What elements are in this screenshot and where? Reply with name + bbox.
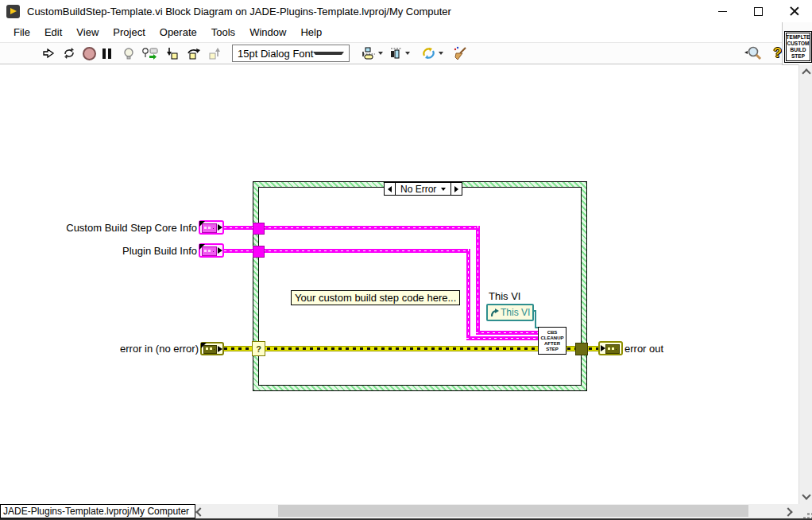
this-vi-node-text: This VI bbox=[501, 307, 530, 318]
close-button[interactable] bbox=[776, 0, 812, 22]
pause-button[interactable] bbox=[102, 45, 111, 62]
error-cluster-glyph-icon bbox=[203, 345, 217, 354]
menu-file[interactable]: File bbox=[6, 26, 37, 38]
abort-execution-button[interactable] bbox=[83, 45, 96, 62]
menu-project[interactable]: Project bbox=[106, 26, 152, 38]
execution-context-label[interactable]: JADE-Plugins-Template.lvproj/My Computer bbox=[0, 504, 195, 518]
toolbar: 15pt Dialog Font bbox=[0, 43, 812, 64]
arrow-right-icon bbox=[454, 186, 458, 192]
minimize-icon bbox=[718, 11, 727, 12]
highlight-execution-button[interactable] bbox=[122, 45, 135, 62]
minimize-button[interactable] bbox=[705, 0, 740, 22]
cluster-wire[interactable] bbox=[476, 331, 539, 335]
arrow-right-icon bbox=[218, 247, 222, 254]
case-selector-label[interactable]: No Error bbox=[395, 182, 451, 196]
scroll-left-icon[interactable] bbox=[195, 507, 204, 516]
step-into-icon bbox=[165, 47, 180, 60]
step-over-button[interactable] bbox=[186, 45, 202, 62]
error-cluster-glyph-icon bbox=[605, 344, 620, 354]
align-objects-button[interactable] bbox=[362, 47, 383, 60]
scroll-right-icon[interactable] bbox=[783, 507, 792, 516]
menu-tools[interactable]: Tools bbox=[204, 26, 242, 38]
context-help-button[interactable]: ? bbox=[774, 45, 782, 62]
vi-icon-line: TEMPLTE bbox=[787, 34, 810, 41]
chevron-down-icon bbox=[439, 52, 443, 55]
run-button[interactable] bbox=[41, 45, 56, 62]
maximize-icon bbox=[754, 7, 763, 16]
chevron-down-icon bbox=[378, 52, 383, 55]
vi-icon-panel: TEMPLTE CUSTOM BUILD STEP bbox=[782, 22, 812, 65]
font-selector-value: 15pt Dialog Font bbox=[233, 48, 313, 60]
step-over-icon bbox=[186, 47, 202, 60]
tunnel-error-output[interactable] bbox=[575, 343, 588, 355]
case-selector-tunnel[interactable]: ? bbox=[252, 341, 265, 356]
resize-objects-button[interactable] bbox=[421, 47, 443, 60]
scroll-down-icon[interactable] bbox=[802, 491, 810, 499]
menu-edit[interactable]: Edit bbox=[37, 26, 69, 38]
arrow-right-icon bbox=[601, 345, 605, 351]
arrow-left-icon bbox=[388, 186, 392, 192]
label-error-in: error in (no error) bbox=[120, 343, 199, 355]
terminal-custom-build-step-core-info[interactable] bbox=[199, 220, 224, 235]
clean-up-diagram-button[interactable] bbox=[453, 45, 469, 62]
horizontal-scrollbar[interactable]: JADE-Plugins-Template.lvproj/My Computer bbox=[0, 504, 812, 518]
scroll-up-icon[interactable] bbox=[802, 68, 810, 77]
subvi-icon-line: STEP bbox=[546, 347, 559, 352]
tunnel-cluster-input-2[interactable] bbox=[253, 246, 265, 258]
vertical-scrollbar[interactable] bbox=[798, 64, 812, 504]
chevron-down-icon bbox=[441, 188, 446, 191]
step-out-icon bbox=[208, 47, 222, 60]
case-previous-button[interactable] bbox=[384, 182, 396, 196]
cluster-glyph-icon bbox=[202, 246, 217, 256]
label-plugin-build-info: Plugin Build Info bbox=[122, 245, 197, 257]
menu-bar: File Edit View Project Operate Tools Win… bbox=[0, 22, 788, 43]
align-objects-icon bbox=[362, 47, 376, 60]
chevron-down-icon bbox=[405, 52, 410, 55]
arrow-right-icon bbox=[218, 224, 222, 231]
menu-help[interactable]: Help bbox=[293, 26, 329, 38]
vi-icon[interactable]: TEMPLTE CUSTOM BUILD STEP bbox=[784, 31, 812, 63]
cluster-wire[interactable] bbox=[466, 336, 539, 340]
free-label[interactable]: Your custom build step code here... bbox=[291, 290, 460, 305]
menu-window[interactable]: Window bbox=[242, 26, 293, 38]
terminal-error-in[interactable] bbox=[200, 342, 224, 355]
subvi-icon-line: CLEANUP bbox=[540, 336, 563, 341]
maximize-button[interactable] bbox=[740, 0, 776, 22]
resize-grip[interactable] bbox=[807, 513, 810, 515]
label-error-out: error out bbox=[624, 343, 663, 355]
arrow-right-icon bbox=[218, 346, 222, 352]
run-continuously-icon bbox=[62, 47, 76, 60]
step-out-button[interactable] bbox=[208, 45, 222, 62]
search-button[interactable] bbox=[744, 45, 763, 62]
subvi-cbs-cleanup-after-step[interactable]: CBS CLEANUP AFTER STEP bbox=[538, 327, 566, 355]
run-icon bbox=[41, 47, 56, 60]
case-next-button[interactable] bbox=[450, 182, 462, 196]
run-continuously-button[interactable] bbox=[62, 45, 76, 62]
cluster-wire[interactable] bbox=[476, 226, 480, 335]
vi-icon-line: BUILD bbox=[791, 47, 806, 53]
terminal-error-out[interactable] bbox=[598, 341, 623, 355]
distribute-objects-button[interactable] bbox=[389, 47, 410, 60]
font-selector[interactable]: 15pt Dialog Font bbox=[232, 45, 350, 62]
vi-icon-line: STEP bbox=[791, 53, 805, 60]
abort-execution-icon bbox=[83, 47, 96, 60]
chevron-down-icon bbox=[313, 52, 344, 55]
step-into-button[interactable] bbox=[165, 45, 180, 62]
tunnel-cluster-input-1[interactable] bbox=[253, 223, 265, 235]
case-selector[interactable]: No Error bbox=[384, 182, 462, 196]
terminal-plugin-build-info[interactable] bbox=[199, 243, 224, 258]
selector-tunnel-glyph: ? bbox=[256, 344, 261, 354]
vi-refnum-wire[interactable] bbox=[535, 310, 536, 328]
distribute-objects-icon bbox=[389, 47, 403, 60]
clean-up-diagram-icon bbox=[453, 46, 469, 60]
menu-operate[interactable]: Operate bbox=[153, 26, 204, 38]
retain-wire-values-button[interactable] bbox=[141, 45, 159, 62]
this-vi-refnum-constant[interactable]: This VI bbox=[486, 304, 534, 321]
horizontal-scrollbar-thumb[interactable] bbox=[278, 505, 748, 517]
case-structure[interactable] bbox=[253, 181, 587, 391]
cluster-wire[interactable] bbox=[466, 249, 470, 340]
menu-view[interactable]: View bbox=[69, 26, 106, 38]
resize-objects-icon bbox=[421, 47, 436, 60]
execution-context-text: JADE-Plugins-Template.lvproj/My Computer bbox=[3, 506, 189, 517]
title-bar: CustomBuildStep-Template.vi Block Diagra… bbox=[0, 0, 812, 22]
